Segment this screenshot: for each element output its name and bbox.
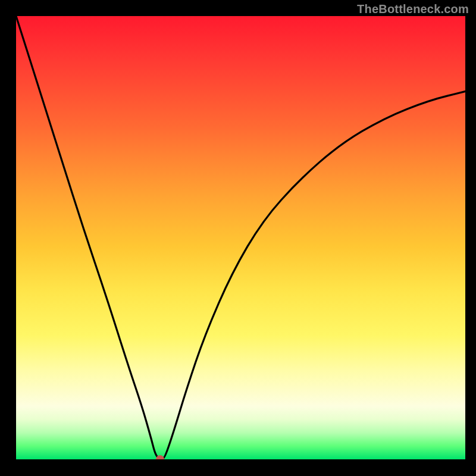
- bottleneck-curve: [16, 16, 465, 459]
- chart-stage: TheBottleneck.com: [0, 0, 476, 476]
- plot-area: [16, 16, 465, 459]
- watermark-text: TheBottleneck.com: [357, 2, 469, 16]
- optimal-point-marker: [156, 455, 164, 459]
